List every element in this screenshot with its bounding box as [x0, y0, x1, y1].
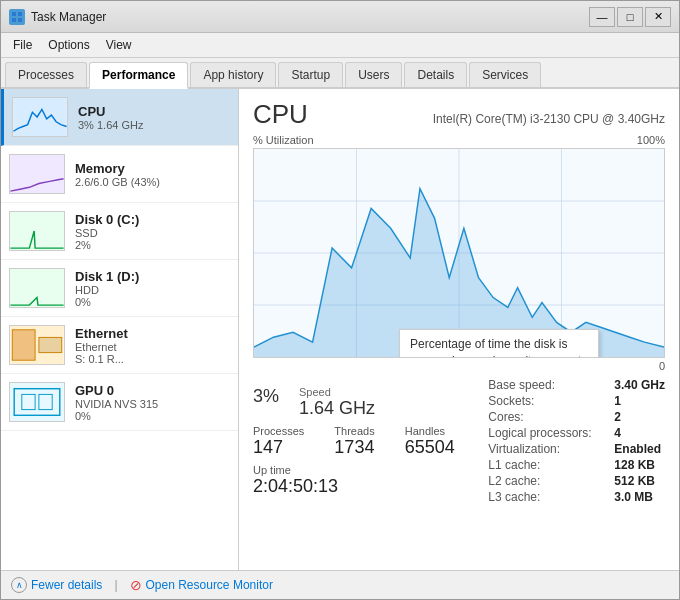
cores-val: 2	[614, 410, 621, 424]
menu-bar: File Options View	[1, 33, 679, 58]
cpu-section-title: CPU	[253, 99, 308, 130]
svg-rect-10	[39, 337, 62, 352]
gpu-sidebar-info: GPU 0 NVIDIA NVS 315 0%	[75, 383, 158, 422]
l3-val: 3.0 MB	[614, 490, 653, 504]
fewer-details-label: Fewer details	[31, 578, 102, 592]
sidebar-item-ethernet[interactable]: Ethernet Ethernet S: 0.1 R...	[1, 317, 238, 374]
ethernet-mini-chart	[9, 325, 65, 365]
threads-value: 1734	[334, 437, 374, 458]
sidebar-item-cpu[interactable]: CPU 3% 1.64 GHz	[1, 89, 238, 146]
disk0-type: SSD	[75, 227, 139, 239]
cpu-mini-chart	[12, 97, 68, 137]
l3-row: L3 cache: 3.0 MB	[488, 490, 665, 504]
sidebar-item-disk0[interactable]: Disk 0 (C:) SSD 2%	[1, 203, 238, 260]
svg-rect-4	[13, 98, 66, 136]
sidebar: CPU 3% 1.64 GHz Memory 2.6/6.0 GB (43%)	[1, 89, 239, 570]
cpu-header: CPU Intel(R) Core(TM) i3-2130 CPU @ 3.40…	[253, 99, 665, 130]
processes-label: Processes	[253, 425, 304, 437]
app-icon	[9, 9, 25, 25]
gpu-mini-chart	[9, 382, 65, 422]
maximize-button[interactable]: □	[617, 7, 643, 27]
disk1-util: 0%	[75, 296, 139, 308]
sockets-key: Sockets:	[488, 394, 608, 408]
base-speed-key: Base speed:	[488, 378, 608, 392]
cpu-info-panel: Base speed: 3.40 GHz Sockets: 1 Cores: 2…	[488, 378, 665, 504]
base-speed-val: 3.40 GHz	[614, 378, 665, 392]
tab-performance[interactable]: Performance	[89, 62, 188, 89]
disk1-type: HDD	[75, 284, 139, 296]
disk1-sidebar-info: Disk 1 (D:) HDD 0%	[75, 269, 139, 308]
disk1-mini-chart	[9, 268, 65, 308]
stats-section: 3% Speed 1.64 GHz Processes 147	[253, 378, 665, 504]
chart-label-utilization: % Utilization	[253, 134, 314, 146]
handles-value: 65504	[405, 437, 455, 458]
speed-label: Speed	[299, 386, 375, 398]
memory-mini-chart	[9, 154, 65, 194]
tab-bar: Processes Performance App history Startu…	[1, 58, 679, 89]
sidebar-item-memory[interactable]: Memory 2.6/6.0 GB (43%)	[1, 146, 238, 203]
virt-val: Enabled	[614, 442, 661, 456]
util-speed-row: 3% Speed 1.64 GHz	[253, 386, 455, 419]
disk1-label: Disk 1 (D:)	[75, 269, 139, 284]
title-bar: Task Manager — □ ✕	[1, 1, 679, 33]
processes-stat: Processes 147	[253, 425, 304, 458]
l3-key: L3 cache:	[488, 490, 608, 504]
memory-detail: 2.6/6.0 GB (43%)	[75, 176, 160, 188]
stats-left-panel: 3% Speed 1.64 GHz Processes 147	[253, 378, 455, 504]
chart-label-100: 100%	[637, 134, 665, 146]
tab-processes[interactable]: Processes	[5, 62, 87, 87]
cpu-chart-container: Percentage of time the disk is processin…	[253, 148, 665, 358]
speed-stat: Speed 1.64 GHz	[299, 386, 375, 419]
util-value: 3%	[253, 386, 279, 407]
svg-rect-0	[12, 12, 16, 16]
svg-rect-1	[18, 12, 22, 16]
threads-stat: Threads 1734	[334, 425, 374, 458]
disk0-sidebar-info: Disk 0 (C:) SSD 2%	[75, 212, 139, 251]
task-manager-window: Task Manager — □ ✕ File Options View Pro…	[0, 0, 680, 600]
logical-val: 4	[614, 426, 621, 440]
l2-key: L2 cache:	[488, 474, 608, 488]
logical-key: Logical processors:	[488, 426, 608, 440]
footer-divider: |	[114, 578, 117, 592]
speed-value: 1.64 GHz	[299, 398, 375, 419]
chevron-up-icon: ∧	[11, 577, 27, 593]
l2-row: L2 cache: 512 KB	[488, 474, 665, 488]
tab-services[interactable]: Services	[469, 62, 541, 87]
ethernet-speed: S: 0.1 R...	[75, 353, 128, 365]
window-controls: — □ ✕	[589, 7, 671, 27]
uptime-label: Up time	[253, 464, 455, 476]
ethernet-sidebar-info: Ethernet Ethernet S: 0.1 R...	[75, 326, 128, 365]
fewer-details-button[interactable]: ∧ Fewer details	[11, 577, 102, 593]
menu-options[interactable]: Options	[40, 35, 97, 55]
ethernet-type: Ethernet	[75, 341, 128, 353]
tab-startup[interactable]: Startup	[278, 62, 343, 87]
menu-file[interactable]: File	[5, 35, 40, 55]
virt-row: Virtualization: Enabled	[488, 442, 665, 456]
tab-users[interactable]: Users	[345, 62, 402, 87]
chart-label-zero: 0	[253, 360, 665, 372]
tab-app-history[interactable]: App history	[190, 62, 276, 87]
svg-rect-6	[10, 212, 63, 250]
sidebar-item-gpu[interactable]: GPU 0 NVIDIA NVS 315 0%	[1, 374, 238, 431]
cpu-model-label: Intel(R) Core(TM) i3-2130 CPU @ 3.40GHz	[433, 112, 665, 126]
footer: ∧ Fewer details | ⊘ Open Resource Monito…	[1, 570, 679, 599]
tab-details[interactable]: Details	[404, 62, 467, 87]
logical-row: Logical processors: 4	[488, 426, 665, 440]
virt-key: Virtualization:	[488, 442, 608, 456]
minimize-button[interactable]: —	[589, 7, 615, 27]
window-title: Task Manager	[31, 10, 589, 24]
sidebar-item-disk1[interactable]: Disk 1 (D:) HDD 0%	[1, 260, 238, 317]
uptime-value: 2:04:50:13	[253, 476, 455, 497]
resource-monitor-link[interactable]: ⊘ Open Resource Monitor	[130, 577, 273, 593]
svg-rect-9	[12, 330, 35, 360]
gpu-util: 0%	[75, 410, 158, 422]
resource-monitor-label: Open Resource Monitor	[146, 578, 273, 592]
sockets-val: 1	[614, 394, 621, 408]
handles-label: Handles	[405, 425, 455, 437]
base-speed-row: Base speed: 3.40 GHz	[488, 378, 665, 392]
proc-thread-handle-row: Processes 147 Threads 1734 Handles 65504	[253, 425, 455, 458]
menu-view[interactable]: View	[98, 35, 140, 55]
svg-rect-2	[12, 18, 16, 22]
resource-monitor-icon: ⊘	[130, 577, 142, 593]
close-button[interactable]: ✕	[645, 7, 671, 27]
